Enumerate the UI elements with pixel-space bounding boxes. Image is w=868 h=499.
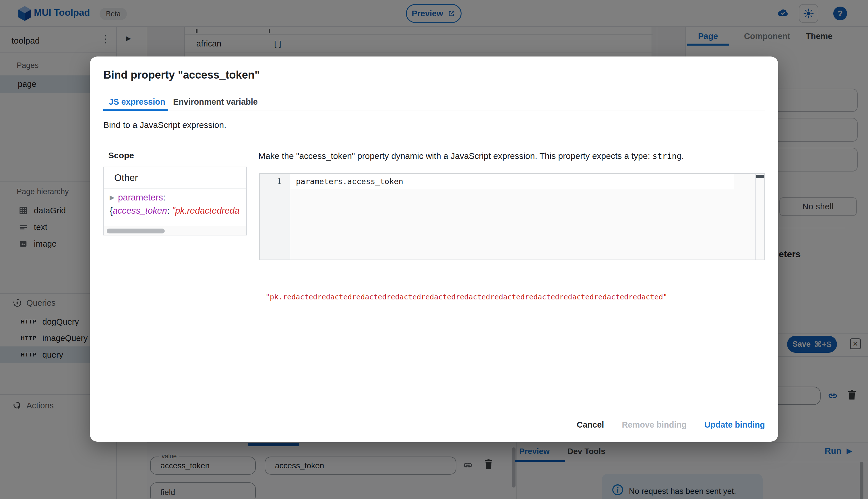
bind-property-dialog: Bind property "access_token" JS expressi… [90,57,778,442]
code-editor[interactable]: 1 parameters.access_token [259,173,765,260]
scope-label: Scope [108,150,134,160]
dialog-footer: Cancel Remove binding Update binding [576,420,765,429]
remove-binding-button[interactable]: Remove binding [622,420,687,429]
editor-scroll-divider [755,174,756,259]
scope-box: Other ▶ parameters: {access_token: "pk.r… [103,167,247,235]
expand-triangle-icon: ▶ [110,194,115,201]
dialog-subtitle: Bind to a JavaScript expression. [103,120,226,130]
scope-object-preview: {access_token: "pk.redactedreda [110,206,239,216]
tab-js-expression[interactable]: JS expression [109,97,165,107]
line-number: 1 [260,177,282,186]
editor-gutter [260,174,290,259]
scope-parameters-row[interactable]: ▶ parameters: [110,192,165,203]
cancel-button[interactable]: Cancel [576,420,604,429]
scope-scrollbar-track[interactable] [104,226,247,235]
evaluated-result: "pk.redactedredactedredactedredactedreda… [265,293,667,301]
tab-environment-variable[interactable]: Environment variable [173,97,258,107]
update-binding-button[interactable]: Update binding [704,420,765,429]
dialog-title: Bind property "access_token" [103,69,260,81]
helper-text: Make the "access_token" property dynamic… [258,151,684,161]
dialog-tab-indicator [103,109,168,111]
code-line[interactable]: parameters.access_token [296,177,403,186]
scope-scrollbar-thumb[interactable] [107,229,165,233]
screen: MUI Toolpad Beta Preview [0,0,868,499]
scope-group: Other [114,172,138,183]
editor-scrollbar-thumb[interactable] [756,175,764,178]
